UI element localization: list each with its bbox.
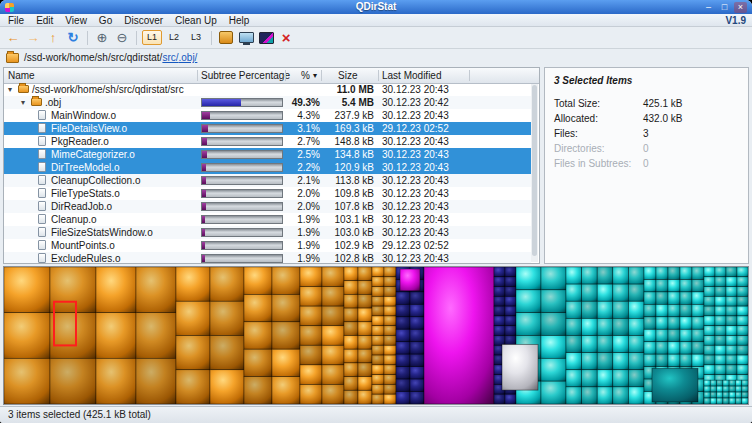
row-name: DirReadJob.o xyxy=(51,200,112,213)
row-name: MainWindow.o xyxy=(51,109,116,122)
header-separator xyxy=(321,70,322,81)
menu-edit[interactable]: Edit xyxy=(30,14,59,27)
menu-discover[interactable]: Discover xyxy=(118,14,169,27)
treemap-level-2-button[interactable]: L2 xyxy=(164,30,184,45)
forward-arrow-icon: → xyxy=(27,30,40,45)
percent-bar xyxy=(201,241,283,250)
file-icon xyxy=(38,214,46,224)
window-title: QDirStat xyxy=(0,0,752,14)
table-row[interactable]: ▾/ssd-work/home/sh/src/qdirstat/src11.0 … xyxy=(4,83,531,96)
details-value: 432.0 kB xyxy=(643,111,682,126)
treemap-canvas[interactable] xyxy=(3,266,749,405)
row-name: .obj xyxy=(45,96,61,109)
table-header: Name Subtree Percentage % ▾ Size Last Mo… xyxy=(4,68,539,84)
percent-value: 2.1% xyxy=(286,174,320,187)
header-separator xyxy=(197,70,198,81)
toolbar: ← → ↑ ↻ ⊕ ⊖ L1 L2 L3 × xyxy=(0,27,752,49)
column-header-name[interactable]: Name xyxy=(8,68,35,83)
refresh-button[interactable]: ↻ xyxy=(64,29,82,47)
file-icon xyxy=(38,227,46,237)
package-view-button[interactable] xyxy=(217,29,235,47)
details-label: Files in Subtrees: xyxy=(554,156,631,171)
menu-help[interactable]: Help xyxy=(223,14,256,27)
red-x-icon: × xyxy=(282,30,291,45)
row-name: DirTreeModel.o xyxy=(51,161,120,174)
column-header-size[interactable]: Size xyxy=(338,68,357,83)
table-row[interactable]: DirReadJob.o2.0%107.8 kB30.12.23 20:43 xyxy=(4,200,531,213)
percent-bar-fill xyxy=(202,177,206,184)
folder-icon xyxy=(31,98,42,106)
zoom-out-button[interactable]: ⊖ xyxy=(113,29,131,47)
back-button[interactable]: ← xyxy=(4,29,22,47)
modified-value: 30.12.23 20:43 xyxy=(382,200,449,213)
percent-bar-fill xyxy=(202,125,208,132)
cleanup-delete-button[interactable]: × xyxy=(277,29,295,47)
close-button[interactable]: × xyxy=(734,2,747,13)
header-separator xyxy=(469,70,470,81)
vertical-scrollbar[interactable] xyxy=(531,84,538,262)
column-header-last-modified[interactable]: Last Modified xyxy=(382,68,441,83)
back-arrow-icon: ← xyxy=(7,30,20,45)
maximize-button[interactable]: □ xyxy=(718,2,731,13)
menu-file[interactable]: File xyxy=(2,14,30,27)
treemap-level-3-button[interactable]: L3 xyxy=(186,30,206,45)
row-name: PkgReader.o xyxy=(51,135,109,148)
details-value: 425.1 kB xyxy=(643,96,682,111)
percent-bar-fill xyxy=(202,138,207,145)
expand-arrow-icon[interactable]: ▾ xyxy=(8,83,12,96)
file-icon xyxy=(38,188,46,198)
modified-value: 30.12.23 20:43 xyxy=(382,161,449,174)
file-icon xyxy=(38,162,46,172)
status-text: 3 items selected (425.1 kB total) xyxy=(8,409,151,420)
table-row[interactable]: ▾.obj49.3%5.4 MB30.12.23 20:42 xyxy=(4,96,531,109)
modified-value: 30.12.23 20:43 xyxy=(382,187,449,200)
tree-rows: ▾/ssd-work/home/sh/src/qdirstat/src11.0 … xyxy=(4,83,531,263)
breadcrumb-link-src[interactable]: src/ xyxy=(162,52,178,63)
table-row[interactable]: CleanupCollection.o2.1%113.8 kB30.12.23 … xyxy=(4,174,531,187)
percent-bar-fill xyxy=(202,216,205,223)
title-bar[interactable]: QDirStat – □ × xyxy=(0,0,752,14)
breadcrumb-link-obj[interactable]: .obj/ xyxy=(178,52,197,63)
app-icon xyxy=(5,3,14,12)
table-row[interactable]: DirTreeModel.o2.2%120.9 kB30.12.23 20:43 xyxy=(4,161,531,174)
size-value: 103.1 kB xyxy=(322,213,374,226)
table-row[interactable]: PkgReader.o2.7%148.8 kB30.12.23 20:43 xyxy=(4,135,531,148)
menu-clean-up[interactable]: Clean Up xyxy=(169,14,223,27)
menu-go[interactable]: Go xyxy=(93,14,118,27)
directory-tree-table: Name Subtree Percentage % ▾ Size Last Mo… xyxy=(3,67,540,264)
table-row[interactable]: FileDetailsView.o3.1%169.3 kB29.12.23 02… xyxy=(4,122,531,135)
percent-value: 2.0% xyxy=(286,200,320,213)
modified-value: 30.12.23 20:43 xyxy=(382,174,449,187)
percent-bar xyxy=(201,228,283,237)
treemap-level-1-button[interactable]: L1 xyxy=(142,30,162,45)
forward-button[interactable]: → xyxy=(24,29,42,47)
up-button[interactable]: ↑ xyxy=(44,29,62,47)
column-header-subtree-percentage[interactable]: Subtree Percentage xyxy=(201,68,290,83)
breadcrumb: /ssd-work/home/sh/src/qdirstat/src/.obj/ xyxy=(0,49,752,66)
size-value: 11.0 MB xyxy=(322,83,374,96)
table-row[interactable]: MimeCategorizer.o2.5%134.8 kB30.12.23 20… xyxy=(4,148,531,161)
table-row[interactable]: MountPoints.o1.9%102.9 kB29.12.23 02:52 xyxy=(4,239,531,252)
percent-bar xyxy=(201,98,283,107)
scrollbar-thumb[interactable] xyxy=(532,85,537,256)
details-row: Files in Subtrees:0 xyxy=(545,156,748,171)
table-row[interactable]: FileSizeStatsWindow.o1.9%103.0 kB30.12.2… xyxy=(4,226,531,239)
table-row[interactable]: MainWindow.o4.3%237.9 kB30.12.23 20:43 xyxy=(4,109,531,122)
table-row[interactable]: FileTypeStats.o2.0%109.8 kB30.12.23 20:4… xyxy=(4,187,531,200)
size-value: 109.8 kB xyxy=(322,187,374,200)
percent-bar-fill xyxy=(202,112,210,119)
details-panel-toggle-button[interactable] xyxy=(237,29,255,47)
column-header-percent[interactable]: % xyxy=(288,68,310,83)
treemap-toggle-button[interactable] xyxy=(257,29,275,47)
menu-view[interactable]: View xyxy=(59,14,93,27)
zoom-in-button[interactable]: ⊕ xyxy=(93,29,111,47)
percent-value: 1.9% xyxy=(286,226,320,239)
modified-value: 30.12.23 20:43 xyxy=(382,135,449,148)
row-name: FileTypeStats.o xyxy=(51,187,120,200)
details-value: 3 xyxy=(643,126,649,141)
expand-arrow-icon[interactable]: ▾ xyxy=(21,96,25,109)
minimize-button[interactable]: – xyxy=(702,2,715,13)
table-row[interactable]: ExcludeRules.o1.9%102.8 kB30.12.23 20:43 xyxy=(4,252,531,264)
percent-value: 3.1% xyxy=(286,122,320,135)
table-row[interactable]: Cleanup.o1.9%103.1 kB30.12.23 20:43 xyxy=(4,213,531,226)
